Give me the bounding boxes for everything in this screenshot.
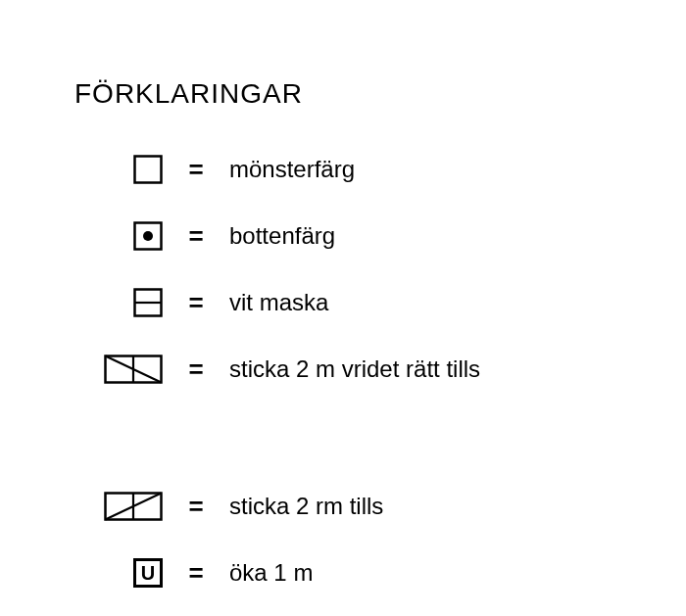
- equals-sign: =: [178, 560, 214, 586]
- page-title: FÖRKLARINGAR: [74, 78, 686, 110]
- legend-symbol: [74, 492, 163, 521]
- equals-sign: =: [178, 356, 214, 382]
- midline-square-icon: [133, 288, 163, 317]
- legend-label: bottenfärg: [229, 224, 686, 248]
- legend-symbol: [74, 355, 163, 384]
- legend-symbol: [74, 221, 163, 251]
- legend-label: mönsterfärg: [229, 158, 686, 181]
- legend-label: vit maska: [229, 291, 686, 314]
- equals-sign: =: [178, 157, 214, 182]
- svg-point-2: [143, 231, 153, 241]
- legend-symbol: [74, 288, 163, 317]
- equals-sign: =: [178, 494, 214, 519]
- legend-label: sticka 2 m vridet rätt tills: [229, 357, 686, 381]
- u-square-icon: U: [133, 558, 163, 588]
- empty-square-icon: [133, 155, 163, 184]
- equals-sign: =: [178, 290, 214, 315]
- legend-symbol: U: [74, 558, 163, 588]
- backslash-double-icon: [104, 355, 163, 384]
- legend-table: = mönsterfärg = bottenfärg = vit maska =…: [74, 155, 686, 588]
- svg-text:U: U: [141, 562, 155, 584]
- legend-symbol: [74, 155, 163, 184]
- svg-rect-0: [135, 157, 162, 183]
- legend-label: öka 1 m: [229, 561, 686, 585]
- dot-square-icon: [133, 221, 163, 251]
- legend-label: sticka 2 rm tills: [229, 495, 686, 518]
- slash-double-icon: [104, 492, 163, 521]
- equals-sign: =: [178, 223, 214, 249]
